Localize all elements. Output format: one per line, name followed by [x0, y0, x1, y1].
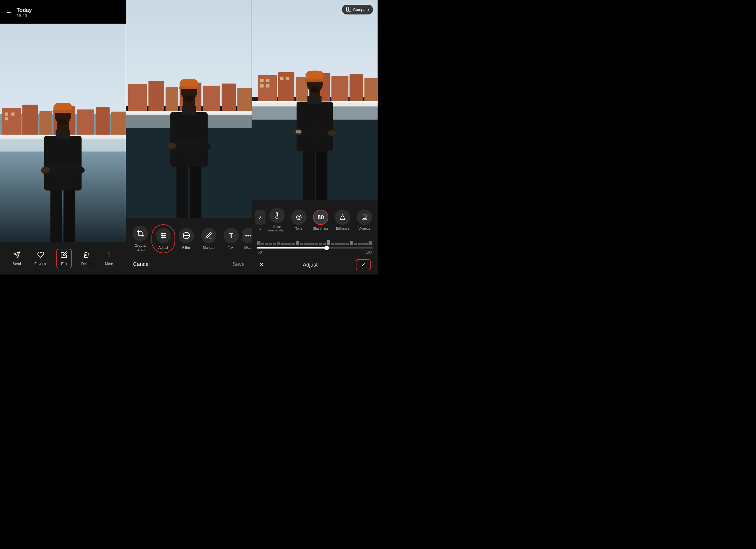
tool-crop[interactable]: Crop &rotate — [129, 223, 151, 255]
svg-rect-44 — [190, 162, 201, 218]
more-icon — [105, 251, 113, 260]
svg-point-29 — [109, 254, 110, 255]
svg-point-24 — [58, 119, 67, 125]
text-label: Text — [228, 246, 234, 250]
svg-rect-17 — [63, 186, 75, 242]
edit-toolbar: Crop &rotate Adjust — [126, 218, 252, 274]
color-temp-icon — [269, 208, 285, 223]
svg-rect-32 — [128, 84, 147, 115]
svg-rect-96 — [346, 7, 348, 12]
edit-actions: Cancel Save — [126, 258, 252, 272]
adjust-tool-brilliance[interactable]: Brilliance — [332, 207, 353, 233]
svg-point-88 — [328, 130, 336, 136]
svg-rect-104 — [362, 215, 367, 220]
svg-rect-9 — [5, 113, 8, 116]
slider-thumb[interactable] — [324, 246, 329, 250]
confirm-adjust-button[interactable]: ✓ — [356, 259, 371, 271]
svg-point-85 — [300, 127, 330, 138]
svg-rect-33 — [148, 81, 164, 115]
title-group: Today 15:26 — [17, 7, 32, 18]
photo-display-1 — [0, 24, 126, 242]
page-subtitle: 15:26 — [17, 13, 32, 18]
tool-adjust[interactable]: Adjust — [151, 224, 175, 253]
photo-display-3: Compare — [252, 0, 378, 200]
svg-rect-71 — [266, 79, 270, 82]
sharpness-slider-container: 50 100 — [252, 238, 378, 256]
tool-more[interactable]: ••• Mo... — [242, 225, 252, 253]
tool-filter[interactable]: Filter — [175, 225, 198, 253]
toolbar-item-delete[interactable]: Delete — [77, 249, 96, 268]
svg-rect-2 — [2, 108, 21, 139]
svg-rect-81 — [316, 147, 328, 200]
send-label: Send — [13, 262, 21, 266]
svg-rect-11 — [5, 117, 8, 120]
page-title: Today — [17, 7, 32, 13]
adjust-tool-sharpness[interactable]: 80 Sharpness — [310, 207, 331, 233]
svg-point-60 — [162, 237, 163, 238]
toolbar-item-send[interactable]: Send — [9, 249, 25, 268]
svg-point-99 — [298, 216, 300, 218]
svg-point-48 — [167, 143, 176, 149]
edit-label: Edit — [61, 262, 67, 266]
filter-icon — [179, 228, 194, 243]
cancel-button[interactable]: Cancel — [133, 261, 150, 268]
edit-tools-row: Crop &rotate Adjust — [126, 223, 252, 258]
adjust-tool-tone[interactable]: Tone — [289, 207, 309, 233]
svg-rect-45 — [170, 112, 208, 167]
photo-display-2 — [126, 0, 252, 218]
svg-point-51 — [185, 95, 193, 102]
bottom-toolbar: Send Favorite Edit — [0, 242, 126, 274]
save-button[interactable]: Save — [232, 261, 245, 268]
compare-label: Compare — [353, 7, 369, 12]
svg-rect-97 — [349, 7, 351, 12]
svg-rect-37 — [221, 84, 236, 115]
heart-icon — [37, 251, 44, 260]
slider-max-label: 100 — [366, 250, 372, 255]
slider-min-label: 50 — [258, 250, 262, 255]
sharpness-label: Sharpness — [313, 227, 329, 230]
delete-icon — [83, 251, 90, 260]
top-bar: ← Today 15:26 — [0, 0, 126, 24]
adjust-tool-color-temp[interactable]: Colortemperatu... — [267, 206, 287, 235]
svg-rect-72 — [260, 84, 264, 88]
svg-rect-54 — [179, 87, 199, 89]
close-adjust-button[interactable]: ✕ — [259, 261, 264, 269]
toolbar-item-favorite[interactable]: Favorite — [30, 249, 51, 268]
brilliance-icon — [335, 210, 350, 225]
svg-rect-80 — [303, 147, 315, 200]
svg-rect-95 — [305, 79, 325, 82]
svg-rect-68 — [350, 74, 364, 106]
tool-text[interactable]: T Text — [220, 225, 242, 253]
toolbar-item-more[interactable]: More — [101, 249, 117, 268]
adjust-tool-prev-partial[interactable]: s — [255, 207, 265, 233]
vignette-icon — [357, 210, 372, 225]
svg-rect-74 — [280, 77, 283, 80]
toolbar-item-edit[interactable]: Edit — [56, 249, 72, 268]
adjust-tool-vignette[interactable]: Vignette — [354, 207, 375, 233]
send-icon — [13, 251, 20, 260]
slider-track[interactable] — [257, 247, 373, 249]
adjust-toolbar: s Colortemperatu... — [252, 200, 378, 274]
crop-icon — [133, 226, 148, 241]
svg-rect-6 — [77, 110, 94, 139]
svg-rect-75 — [286, 77, 289, 80]
favorite-label: Favorite — [34, 262, 47, 266]
slider-labels: 50 100 — [257, 250, 373, 255]
slider-ticks — [257, 240, 373, 245]
compare-button[interactable]: Compare — [342, 5, 373, 14]
svg-rect-3 — [22, 105, 38, 139]
tone-label: Tone — [295, 227, 302, 230]
vignette-label: Vignette — [359, 227, 370, 230]
svg-point-92 — [311, 89, 318, 93]
crop-label: Crop &rotate — [135, 244, 146, 252]
svg-point-59 — [164, 235, 165, 236]
delete-label: Delete — [81, 262, 92, 266]
svg-rect-43 — [176, 162, 188, 218]
svg-rect-87 — [296, 131, 301, 133]
more-label: More — [105, 262, 113, 266]
panel-edit: Crop &rotate Adjust — [126, 0, 252, 274]
prev-tool-label: s — [259, 227, 261, 230]
tool-markup[interactable]: Markup — [198, 225, 220, 253]
edit-icon — [61, 251, 68, 260]
back-button[interactable]: ← — [6, 9, 12, 16]
